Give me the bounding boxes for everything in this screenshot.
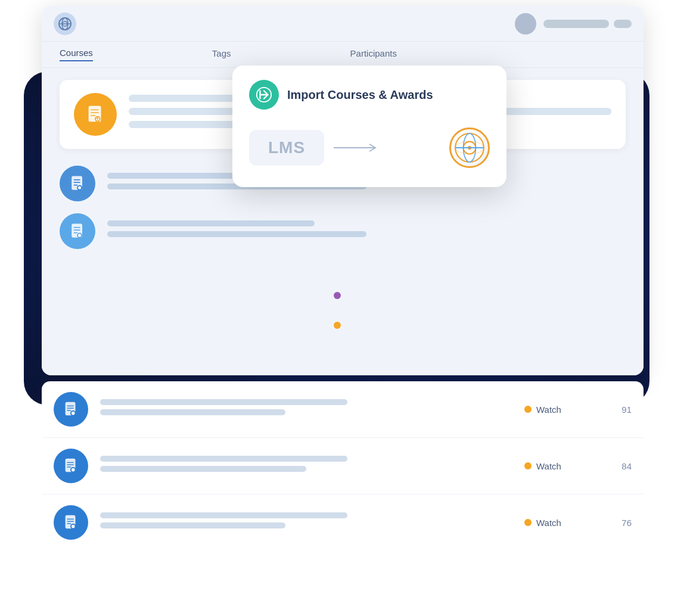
user-avatar: [515, 13, 536, 35]
dot-1: [524, 406, 532, 413]
list-item-row-1: Watch 91: [42, 381, 644, 438]
svg-point-15: [78, 186, 81, 189]
lms-label: LMS: [249, 130, 324, 166]
deco-dot-orange: [334, 322, 341, 329]
import-modal: Import Courses & Awards LMS: [232, 66, 506, 187]
target-logo: [449, 127, 490, 168]
list-icon-3: [54, 505, 88, 540]
import-flow: LMS: [249, 123, 490, 173]
tab-tags[interactable]: Tags: [212, 48, 231, 61]
list-count-2: 84: [608, 461, 632, 471]
tag-label-2: Watch: [536, 461, 561, 471]
svg-point-21: [78, 234, 81, 237]
deco-dot-purple: [334, 292, 341, 299]
course-row-text-2: [107, 220, 626, 242]
list-text-2: [100, 456, 512, 476]
course-icon-orange: [74, 93, 117, 136]
username-placeholder: [543, 20, 609, 28]
list-count-1: 91: [608, 405, 632, 415]
tag-label-3: Watch: [536, 518, 561, 528]
svg-point-35: [72, 412, 75, 415]
list-icon-1: [54, 392, 88, 427]
logo: [54, 13, 76, 35]
tag-label-1: Watch: [536, 405, 561, 415]
list-item-row-3: Watch 76: [42, 494, 644, 550]
top-bar: [42, 6, 644, 42]
dot-3: [524, 519, 532, 526]
list-text-1: [100, 399, 512, 419]
nav-tabs: Courses Tags Participants: [42, 42, 644, 68]
tab-courses[interactable]: Courses: [60, 48, 93, 61]
top-bar-action[interactable]: [614, 20, 632, 28]
app-window: Courses Tags Participants: [42, 6, 644, 375]
list-icon-2: [54, 449, 88, 483]
course-icon-blue-1: [60, 166, 95, 201]
list-tag-1: Watch: [524, 405, 596, 415]
list-item-row-2: Watch 84: [42, 438, 644, 494]
arrow-icon: [334, 142, 440, 154]
list-tag-2: Watch: [524, 461, 596, 471]
tab-participants[interactable]: Participants: [350, 48, 397, 61]
course-row-2: [60, 207, 626, 255]
bottom-list: Watch 91 Watch 84: [42, 381, 644, 550]
svg-point-41: [72, 468, 75, 472]
course-icon-blue-2: [60, 213, 95, 249]
import-header: Import Courses & Awards: [249, 80, 490, 110]
dot-2: [524, 462, 532, 469]
list-text-3: [100, 512, 512, 533]
list-tag-3: Watch: [524, 518, 596, 528]
import-icon: [249, 80, 279, 110]
svg-point-47: [72, 525, 75, 528]
list-count-3: 76: [608, 518, 632, 528]
import-title: Import Courses & Awards: [287, 88, 433, 102]
